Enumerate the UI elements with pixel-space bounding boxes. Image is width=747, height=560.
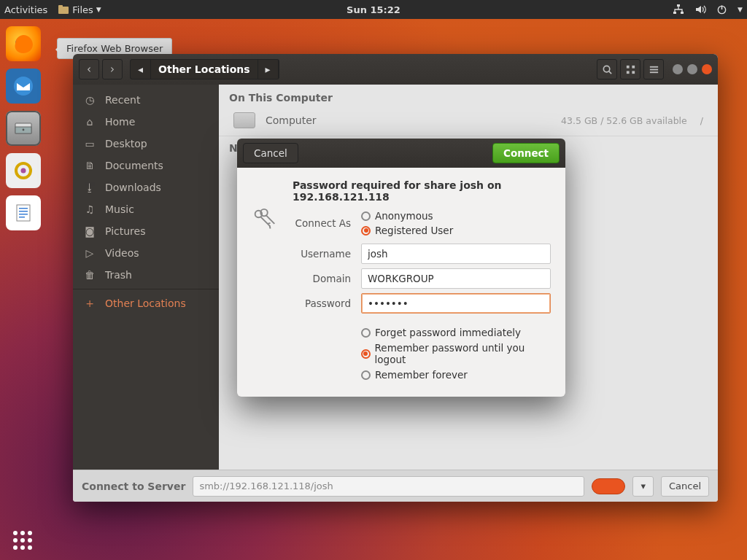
search-button[interactable] <box>597 59 617 79</box>
maximize-button[interactable] <box>687 64 697 74</box>
radio-icon <box>361 211 371 221</box>
dialog-cancel-button[interactable]: Cancel <box>243 143 298 163</box>
network-icon[interactable] <box>673 4 684 15</box>
radio-label: Registered User <box>375 225 453 236</box>
sidebar-item-videos[interactable]: ▷Videos <box>73 242 219 264</box>
radio-forget[interactable]: Forget password immediately <box>361 327 551 338</box>
sidebar-item-desktop[interactable]: ▭Desktop <box>73 133 219 155</box>
sidebar-item-label: Downloads <box>105 182 161 193</box>
keys-icon <box>250 207 278 235</box>
launcher-files[interactable] <box>6 111 41 146</box>
chevron-down-icon[interactable]: ▼ <box>738 6 743 13</box>
svg-rect-25 <box>632 71 635 74</box>
pictures-icon: ◙ <box>83 225 96 237</box>
server-address-input[interactable] <box>193 476 584 497</box>
music-icon: ♫ <box>83 203 96 215</box>
svg-rect-27 <box>649 69 657 70</box>
sidebar-item-label: Trash <box>105 269 132 281</box>
path-next[interactable]: ▸ <box>258 60 279 79</box>
nav-back-button[interactable]: ‹ <box>79 59 99 79</box>
password-label: Password <box>252 298 361 309</box>
connect-toggle[interactable] <box>592 478 625 494</box>
domain-label: Domain <box>252 273 361 284</box>
sidebar-item-label: Desktop <box>105 138 147 149</box>
breadcrumb-current[interactable]: Other Locations <box>151 60 258 79</box>
sidebar-item-documents[interactable]: 🗎Documents <box>73 155 219 176</box>
svg-rect-19 <box>19 217 25 218</box>
username-label: Username <box>252 248 361 260</box>
radio-until-logout[interactable]: Remember password until you logout <box>361 342 551 365</box>
home-icon: ⌂ <box>83 116 96 128</box>
volume-icon[interactable] <box>694 4 706 15</box>
show-applications-icon[interactable] <box>13 531 32 550</box>
sidebar-item-label: Recent <box>105 94 140 106</box>
clock[interactable]: Sun 15:22 <box>347 4 400 15</box>
minimize-button[interactable] <box>673 64 683 74</box>
sidebar-item-music[interactable]: ♫Music <box>73 198 219 220</box>
password-input[interactable] <box>361 293 551 314</box>
sidebar-item-label: Videos <box>105 247 139 259</box>
nav-forward-button[interactable]: › <box>102 59 123 79</box>
view-toggle-button[interactable] <box>620 59 640 79</box>
radio-registered[interactable]: Registered User <box>361 225 453 236</box>
sidebar-item-label: Home <box>105 116 135 128</box>
radio-icon <box>361 370 371 380</box>
app-menu-label: Files <box>72 4 93 15</box>
launcher-thunderbird[interactable] <box>6 69 41 104</box>
chevron-down-icon: ▼ <box>96 6 101 13</box>
svg-point-20 <box>603 66 609 71</box>
radio-icon <box>361 328 371 338</box>
svg-rect-16 <box>19 208 28 209</box>
launcher <box>0 19 47 560</box>
radio-anonymous[interactable]: Anonymous <box>361 210 453 222</box>
sidebar-item-other-locations[interactable]: +Other Locations <box>73 292 219 314</box>
radio-icon <box>361 349 371 359</box>
app-menu[interactable]: Files ▼ <box>58 4 101 15</box>
hamburger-menu-button[interactable] <box>643 59 664 79</box>
domain-input[interactable] <box>361 268 551 289</box>
svg-rect-1 <box>58 5 63 7</box>
plus-icon: + <box>83 298 96 309</box>
activities-button[interactable]: Activities <box>4 4 47 15</box>
path-prev[interactable]: ◂ <box>131 60 151 79</box>
auth-dialog: Cancel Connect Password required for sha… <box>237 139 565 397</box>
svg-point-8 <box>14 77 33 96</box>
power-icon[interactable] <box>716 4 727 15</box>
connect-label: Connect to Server <box>82 481 185 492</box>
launcher-firefox[interactable] <box>6 26 41 61</box>
videos-icon: ▷ <box>83 247 96 259</box>
sidebar-item-trash[interactable]: 🗑Trash <box>73 264 219 286</box>
svg-point-11 <box>23 129 25 131</box>
close-button[interactable] <box>702 64 712 74</box>
clock-icon: ◷ <box>83 94 96 106</box>
radio-label: Forget password immediately <box>375 327 521 338</box>
radio-forever[interactable]: Remember forever <box>361 369 551 381</box>
files-headerbar: ‹ › ◂ Other Locations ▸ <box>73 54 718 85</box>
sidebar-item-label: Music <box>105 203 134 215</box>
svg-rect-17 <box>19 211 28 212</box>
svg-rect-26 <box>649 66 657 67</box>
documents-icon: 🗎 <box>83 160 96 171</box>
radio-label: Remember password until you logout <box>375 342 551 365</box>
trash-icon: 🗑 <box>83 269 96 281</box>
server-history-dropdown[interactable]: ▾ <box>632 476 654 497</box>
sidebar-item-label: Documents <box>105 160 163 171</box>
svg-rect-24 <box>626 71 629 74</box>
svg-rect-23 <box>632 65 635 68</box>
svg-rect-22 <box>626 65 629 68</box>
launcher-writer[interactable] <box>6 195 41 230</box>
sidebar-item-home[interactable]: ⌂Home <box>73 111 219 133</box>
sidebar-item-pictures[interactable]: ◙Pictures <box>73 220 219 242</box>
username-input[interactable] <box>361 244 551 264</box>
svg-rect-3 <box>673 12 676 14</box>
dialog-title: Password required for share josh on 192.… <box>293 179 551 203</box>
dialog-connect-button[interactable]: Connect <box>492 143 560 163</box>
path-bar[interactable]: ◂ Other Locations ▸ <box>130 59 279 79</box>
sidebar-item-downloads[interactable]: ⭳Downloads <box>73 176 219 198</box>
connect-cancel-button[interactable]: Cancel <box>661 476 709 497</box>
sidebar-item-label: Pictures <box>105 225 145 237</box>
dialog-header: Cancel Connect <box>237 139 565 168</box>
sidebar-item-recent[interactable]: ◷Recent <box>73 89 219 111</box>
launcher-rhythmbox[interactable] <box>6 153 41 188</box>
sidebar-item-label: Other Locations <box>105 298 186 309</box>
